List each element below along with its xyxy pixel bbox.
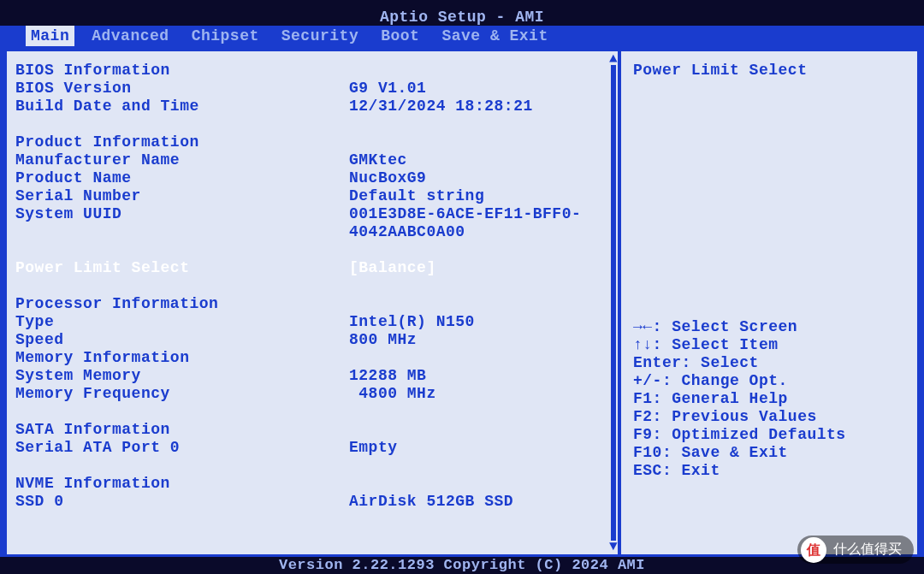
build-date-value: 12/31/2024 18:28:21	[349, 98, 609, 115]
serial-value: Default string	[349, 187, 609, 205]
serial-row: Serial NumberDefault string	[15, 187, 609, 205]
tab-row: Main Advanced Chipset Security Boot Save…	[0, 26, 924, 46]
cpu-speed-row: Speed800 MHz	[15, 331, 609, 349]
tab-security[interactable]: Security	[276, 26, 364, 46]
manufacturer-value: GMKtec	[349, 151, 609, 169]
uuid-value-1: 001E3D8E-6ACE-EF11-BFF0-	[349, 205, 609, 223]
watermark: 什么值得买	[797, 536, 914, 564]
watermark-text: 什么值得买	[833, 541, 902, 556]
help-key-f10: F10: Save & Exit	[633, 444, 905, 462]
footer-text: Version 2.22.1293 Copyright (C) 2024 AMI	[279, 557, 645, 573]
ssd0-value: AirDisk 512GB SSD	[349, 493, 609, 511]
memory-info-header: Memory Information	[15, 349, 609, 367]
help-key-esc: ESC: Exit	[633, 462, 905, 480]
help-key-change-opt: +/-: Change Opt.	[633, 372, 905, 390]
help-panel: Power Limit Select →←: Select Screen ↑↓:…	[619, 50, 919, 556]
mem-freq-value: 4800 MHz	[349, 385, 609, 403]
help-key-select-screen: →←: Select Screen	[633, 318, 905, 336]
product-name-row: Product NameNucBoxG9	[15, 169, 609, 187]
product-info-header: Product Information	[15, 133, 609, 151]
bios-version-row: BIOS VersionG9 V1.01	[15, 80, 609, 98]
cpu-type-row: TypeIntel(R) N150	[15, 313, 609, 331]
sata-info-header: SATA Information	[15, 421, 609, 439]
product-name-value: NucBoxG9	[349, 169, 609, 187]
footer: Version 2.22.1293 Copyright (C) 2024 AMI	[0, 557, 924, 574]
help-key-f1: F1: General Help	[633, 390, 905, 408]
uuid-value-2: 4042AABC0A00	[349, 223, 609, 241]
blank	[15, 457, 609, 475]
ssd0-row: SSD 0AirDisk 512GB SSD	[15, 493, 609, 511]
help-key-enter: Enter: Select	[633, 354, 905, 372]
scroll-down-icon[interactable]: ▼	[609, 541, 618, 553]
blank	[15, 403, 609, 421]
manufacturer-row: Manufacturer NameGMKtec	[15, 151, 609, 169]
mem-freq-row: Memory Frequency 4800 MHz	[15, 385, 609, 403]
sata-port0-value: Empty	[349, 439, 609, 457]
sys-mem-row: System Memory12288 MB	[15, 367, 609, 385]
blank	[15, 241, 609, 259]
uuid-row: System UUID001E3D8E-6ACE-EF11-BFF0-	[15, 205, 609, 223]
cpu-type-value: Intel(R) N150	[349, 313, 609, 331]
titlebar: Aptio Setup - AMI	[0, 0, 924, 26]
nvme-info-header: NVME Information	[15, 475, 609, 493]
help-title: Power Limit Select	[633, 62, 905, 79]
tab-boot[interactable]: Boot	[376, 26, 424, 46]
tab-chipset[interactable]: Chipset	[187, 26, 264, 46]
power-limit-value: [Balance]	[349, 259, 609, 277]
main-panel: BIOS Information BIOS VersionG9 V1.01 Bu…	[5, 50, 619, 556]
help-key-select-item: ↑↓: Select Item	[633, 336, 905, 354]
tab-main[interactable]: Main	[26, 26, 74, 46]
sata-port0-row: Serial ATA Port 0Empty	[15, 439, 609, 457]
blank	[15, 115, 609, 133]
uuid-row-2: 4042AABC0A00	[15, 223, 609, 241]
processor-info-header: Processor Information	[15, 295, 609, 313]
bios-setup-screen: Aptio Setup - AMI Main Advanced Chipset …	[0, 0, 924, 574]
bios-version-value: G9 V1.01	[349, 80, 609, 98]
bios-info-header: BIOS Information	[15, 62, 609, 80]
scrollbar-track[interactable]	[611, 65, 616, 541]
cpu-speed-value: 800 MHz	[349, 331, 609, 349]
tab-save-exit[interactable]: Save & Exit	[436, 26, 553, 46]
scroll-up-icon[interactable]: ▲	[609, 53, 618, 65]
title: Aptio Setup - AMI	[380, 9, 544, 26]
help-key-f2: F2: Previous Values	[633, 408, 905, 426]
sys-mem-value: 12288 MB	[349, 367, 609, 385]
blank	[15, 277, 609, 295]
help-keys: →←: Select Screen ↑↓: Select Item Enter:…	[633, 318, 905, 480]
help-key-f9: F9: Optimized Defaults	[633, 426, 905, 444]
tab-advanced[interactable]: Advanced	[86, 26, 174, 46]
scrollbar[interactable]: ▲ ▼	[606, 53, 621, 553]
work-area: BIOS Information BIOS VersionG9 V1.01 Bu…	[0, 46, 924, 559]
power-limit-select-row[interactable]: Power Limit Select[Balance]	[15, 259, 609, 277]
build-date-row: Build Date and Time12/31/2024 18:28:21	[15, 98, 609, 115]
